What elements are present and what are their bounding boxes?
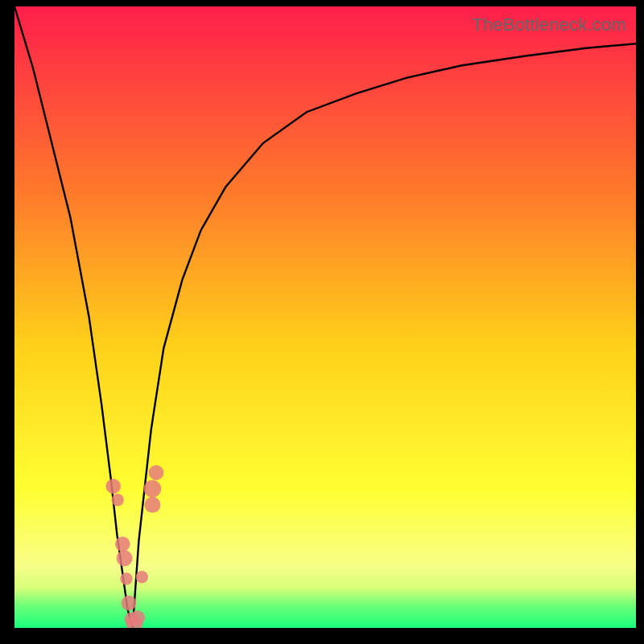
chart-frame: TheBottleneck.com: [14, 6, 636, 628]
data-point-12: [144, 497, 160, 513]
data-point-11: [149, 465, 164, 481]
data-point-0: [105, 479, 121, 494]
data-point-8: [130, 610, 146, 625]
data-point-3: [117, 551, 133, 567]
gradient-background: [14, 6, 636, 628]
data-point-9: [136, 571, 148, 583]
data-point-4: [120, 572, 132, 584]
data-point-2: [115, 537, 130, 552]
data-point-10: [144, 480, 162, 497]
data-point-1: [112, 493, 124, 506]
data-point-5: [122, 596, 137, 611]
bottleneck-plot: [14, 6, 636, 628]
watermark-text: TheBottleneck.com: [472, 14, 626, 35]
